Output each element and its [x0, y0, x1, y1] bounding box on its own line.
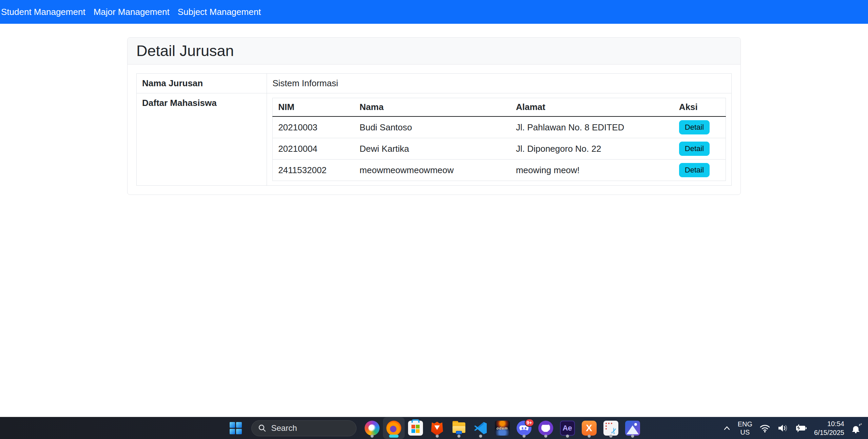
taskbar-app-github[interactable]	[535, 417, 557, 439]
detail-button[interactable]: Detail	[679, 163, 710, 177]
student-nim: 2411532002	[273, 160, 354, 181]
taskbar-search[interactable]: Search	[251, 420, 356, 436]
battery-status[interactable]	[795, 424, 807, 433]
wifi-status[interactable]	[759, 423, 771, 433]
running-indicator	[457, 435, 460, 438]
detail-button[interactable]: Detail	[679, 120, 710, 134]
col-header-alamat: Alamat	[510, 98, 674, 117]
bell-dnd-icon: z z	[851, 423, 863, 433]
github-icon	[538, 421, 553, 436]
taskbar-app-file-explorer[interactable]	[448, 417, 470, 439]
nama-jurusan-label: Nama Jurusan	[137, 74, 267, 93]
student-nama: Budi Santoso	[354, 116, 510, 138]
running-indicator	[522, 435, 525, 438]
student-row: 20210003 Budi Santoso Jl. Pahlawan No. 8…	[273, 116, 726, 138]
after-effects-icon-label: Ae	[562, 424, 572, 433]
col-header-nim: NIM	[273, 98, 354, 117]
student-aksi-cell: Detail	[674, 160, 726, 181]
detail-button[interactable]: Detail	[679, 142, 710, 156]
taskbar-app-game[interactable]: odam	[491, 417, 513, 439]
taskbar-app-discord[interactable]: 9+	[513, 417, 535, 439]
windows-logo-icon	[230, 422, 242, 434]
taskbar-app-xampp[interactable]: X	[578, 417, 600, 439]
student-row: 2411532002 meowmeowmeowmeow meowing meow…	[273, 160, 726, 181]
student-aksi-cell: Detail	[674, 138, 726, 160]
game-icon: odam	[495, 421, 510, 436]
student-row: 20210004 Dewi Kartika Jl. Diponegoro No.…	[273, 138, 726, 160]
tray-time: 10:54	[827, 420, 844, 427]
taskbar-center-group: Search	[225, 417, 643, 439]
taskbar-app-vscode[interactable]	[470, 417, 491, 439]
vscode-icon	[473, 421, 488, 436]
taskbar-app-firefox[interactable]	[383, 417, 405, 439]
detail-jurusan-card: Detail Jurusan Nama Jurusan Sistem Infor…	[127, 37, 741, 195]
page-content: Detail Jurusan Nama Jurusan Sistem Infor…	[0, 37, 868, 431]
card-body: Nama Jurusan Sistem Informasi Daftar Mah…	[128, 65, 740, 195]
daftar-mahasiswa-label: Daftar Mahasiswa	[137, 93, 267, 186]
student-alamat: meowing meow!	[510, 160, 674, 181]
file-explorer-icon	[451, 421, 466, 436]
taskbar-app-brave[interactable]	[426, 417, 448, 439]
daftar-mahasiswa-cell: NIM Nama Alamat Aksi 20210003	[267, 93, 732, 186]
jurusan-detail-table: Nama Jurusan Sistem Informasi Daftar Mah…	[136, 73, 732, 186]
student-aksi-cell: Detail	[674, 116, 726, 138]
taskbar-app-snipping-tool[interactable]: ✂	[600, 417, 622, 439]
nav-link-student-management[interactable]: Student Management	[1, 7, 85, 17]
nama-jurusan-row: Nama Jurusan Sistem Informasi	[137, 74, 732, 93]
system-tray: ENG US 10:54	[723, 417, 868, 439]
top-navbar: Student Management Major Management Subj…	[0, 0, 868, 24]
running-indicator	[566, 435, 569, 438]
tray-date: 6/15/2025	[814, 429, 844, 436]
active-app-indicator	[389, 435, 399, 438]
brave-icon	[430, 421, 445, 436]
windows-taskbar: Search	[0, 417, 868, 439]
after-effects-icon: Ae	[560, 421, 575, 436]
snipping-tool-icon: ✂	[603, 421, 618, 436]
xampp-icon-label: X	[586, 423, 592, 434]
student-nim: 20210003	[273, 116, 354, 138]
student-nama: meowmeowmeowmeow	[354, 160, 510, 181]
microsoft-store-icon	[408, 421, 423, 436]
taskbar-app-after-effects[interactable]: Ae	[557, 417, 578, 439]
search-icon	[258, 424, 267, 433]
student-alamat: Jl. Pahlawan No. 8 EDITED	[510, 116, 674, 138]
speaker-icon	[777, 423, 788, 433]
battery-charging-icon	[795, 424, 807, 433]
volume-status[interactable]	[777, 423, 788, 433]
game-icon-label: odam	[495, 426, 510, 430]
region-code: US	[740, 428, 750, 436]
mahasiswa-table-header-row: NIM Nama Alamat Aksi	[273, 98, 726, 117]
chevron-up-icon	[723, 425, 731, 431]
start-button[interactable]	[225, 417, 247, 439]
student-nama: Dewi Kartika	[354, 138, 510, 160]
nav-link-subject-management[interactable]: Subject Management	[178, 7, 261, 17]
tray-overflow-chevron[interactable]	[723, 425, 731, 431]
nama-jurusan-value: Sistem Informasi	[267, 74, 732, 93]
firefox-icon	[386, 421, 401, 436]
nav-link-major-management[interactable]: Major Management	[94, 7, 170, 17]
discord-icon: 9+	[517, 421, 532, 436]
taskbar-app-microsoft-store[interactable]	[405, 417, 426, 439]
discord-notification-badge: 9+	[525, 419, 534, 427]
running-indicator	[436, 435, 439, 438]
taskbar-app-photos[interactable]	[622, 417, 643, 439]
col-header-nama: Nama	[354, 98, 510, 117]
running-indicator	[370, 435, 373, 438]
notification-center[interactable]: z z	[851, 423, 863, 433]
page-title: Detail Jurusan	[136, 42, 732, 60]
search-placeholder-text: Search	[271, 423, 297, 433]
mahasiswa-table: NIM Nama Alamat Aksi 20210003	[272, 98, 726, 181]
xampp-icon: X	[582, 421, 597, 436]
daftar-mahasiswa-row: Daftar Mahasiswa NIM Nama Alamat Aksi	[137, 93, 732, 186]
clock[interactable]: 10:54 6/15/2025	[814, 419, 844, 437]
taskbar-app-copilot[interactable]	[361, 417, 383, 439]
photos-icon	[625, 421, 640, 436]
copilot-icon	[365, 421, 380, 436]
student-alamat: Jl. Diponegoro No. 22	[510, 138, 674, 160]
language-code: ENG	[738, 420, 752, 428]
running-indicator	[544, 435, 547, 438]
student-nim: 20210004	[273, 138, 354, 160]
language-indicator[interactable]: ENG US	[738, 420, 752, 436]
svg-text:z: z	[861, 423, 862, 425]
col-header-aksi: Aksi	[674, 98, 726, 117]
